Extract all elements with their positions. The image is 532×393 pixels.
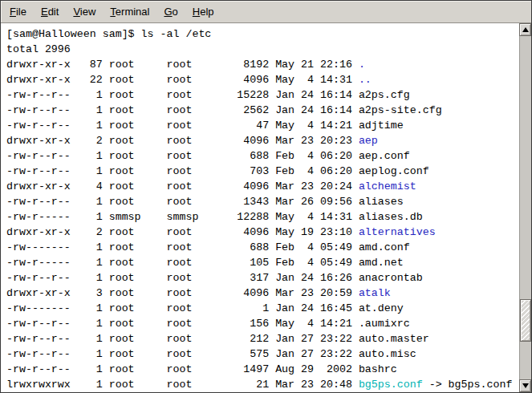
file-meta: -rw-r--r-- 1 root root 156 May 4 14:21 (6, 318, 359, 330)
file-meta: drwxr-xr-x 2 root root 4096 May 19 23:10 (6, 226, 359, 238)
file-meta: -rw-r----- 1 smmsp smmsp 12288 May 4 14:… (6, 211, 359, 223)
file-name: . (359, 59, 365, 71)
file-row: -rw-r--r-- 1 root root 1497 Aug 29 2002 … (6, 362, 518, 377)
menu-item-label: Go (164, 6, 177, 18)
file-row: -rw-r----- 1 smmsp smmsp 12288 May 4 14:… (6, 209, 518, 225)
file-name: aliases.db (359, 211, 423, 223)
file-row: -rw------- 1 root root 688 Feb 4 05:49 a… (6, 240, 518, 255)
scroll-down-icon (522, 383, 529, 388)
menu-item-go[interactable]: Go (156, 3, 185, 20)
scrollbar-track[interactable] (519, 36, 531, 379)
file-meta: lrwxrwxrwx 1 root root 21 Mar 23 20:48 (6, 379, 359, 391)
menu-item-edit[interactable]: Edit (34, 3, 66, 20)
file-name: a2ps.cfg (359, 89, 410, 101)
scroll-up-icon (522, 27, 529, 32)
total-line: total 2996 (6, 42, 518, 57)
file-row: -rw-r--r-- 1 root root 47 May 4 14:21 ad… (6, 118, 518, 133)
file-name: auto.misc (359, 348, 416, 360)
file-name: aep (359, 135, 378, 147)
menu-item-file[interactable]: File (2, 3, 34, 20)
file-meta: -rw-r--r-- 1 root root 47 May 4 14:21 (6, 120, 359, 132)
file-row: -rw-r--r-- 1 root root 2562 Jan 24 16:14… (6, 103, 518, 118)
file-meta: -rw-r----- 1 root root 105 Feb 4 05:49 (6, 257, 359, 269)
file-meta: -rw-r--r-- 1 root root 1497 Aug 29 2002 (6, 363, 359, 375)
file-name: aeplog.conf (359, 165, 429, 177)
file-name: aliases (359, 196, 404, 208)
file-row: drwxr-xr-x 4 root root 4096 Mar 23 20:24… (6, 179, 518, 194)
file-row: -rw-r--r-- 1 root root 212 Jan 27 23:22 … (6, 331, 518, 346)
file-row: -rw-r--r-- 1 root root 156 May 4 14:21 .… (6, 316, 518, 331)
file-meta: -rw-r--r-- 1 root root 575 Jan 27 23:22 (6, 348, 359, 360)
menu-item-label: Edit (41, 6, 59, 18)
prompt-line: [sam@Halloween sam]$ ls -al /etc (6, 26, 518, 42)
file-name: at.deny (359, 302, 404, 314)
file-name: bashrc (359, 363, 397, 375)
file-meta: drwxr-xr-x 87 root root 8192 May 21 22:1… (6, 59, 359, 71)
file-row: -rw------- 1 root root 1 Jan 24 16:45 at… (6, 301, 518, 316)
file-name: amd.net (359, 257, 404, 269)
file-meta: -rw-r--r-- 1 root root 317 Jan 24 16:26 (6, 272, 359, 284)
file-meta: drwxr-xr-x 3 root root 4096 Mar 23 20:59 (6, 287, 359, 299)
scroll-down-button[interactable] (519, 379, 531, 392)
file-name: bg5ps.conf (359, 379, 423, 391)
file-name: alchemist (359, 180, 416, 192)
file-row: -rw-r--r-- 1 root root 1343 Mar 26 09:56… (6, 194, 518, 209)
file-row: drwxr-xr-x 22 root root 4096 May 4 14:31… (6, 72, 518, 87)
file-meta: -rw------- 1 root root 688 Feb 4 05:49 (6, 241, 359, 253)
menu-item-label: View (73, 6, 95, 18)
file-row: -rw-r----- 1 root root 105 Feb 4 05:49 a… (6, 255, 518, 270)
file-name: alternatives (359, 226, 436, 238)
file-row: -rw-r--r-- 1 root root 703 Feb 4 06:20 a… (6, 164, 518, 179)
menubar: File Edit View Terminal Go Help (1, 1, 531, 23)
menu-item-terminal[interactable]: Terminal (103, 3, 156, 20)
file-meta: drwxr-xr-x 4 root root 4096 Mar 23 20:24 (6, 180, 359, 192)
file-name: atalk (359, 287, 391, 299)
file-meta: -rw-r--r-- 1 root root 703 Feb 4 06:20 (6, 165, 359, 177)
scroll-up-button[interactable] (519, 23, 531, 36)
file-name: adjtime (359, 120, 404, 132)
file-row: -rw-r--r-- 1 root root 317 Jan 24 16:26 … (6, 270, 518, 286)
file-meta: -rw------- 1 root root 1 Jan 24 16:45 (6, 302, 359, 314)
file-row: drwxr-xr-x 87 root root 8192 May 21 22:1… (6, 57, 518, 72)
file-row: -rw-r--r-- 1 root root 575 Jan 27 23:22 … (6, 346, 518, 362)
link-target: -> bg5ps.conf (423, 379, 513, 391)
file-row: drwxr-xr-x 2 root root 4096 May 19 23:10… (6, 225, 518, 240)
file-meta: drwxr-xr-x 2 root root 4096 Mar 23 20:23 (6, 135, 359, 147)
file-name: amd.conf (359, 241, 410, 253)
file-row: drwxr-xr-x 3 root root 4096 Mar 23 20:59… (6, 286, 518, 301)
file-meta: -rw-r--r-- 1 root root 2562 Jan 24 16:14 (6, 104, 359, 116)
scrollbar[interactable] (518, 23, 531, 392)
terminal-output[interactable]: [sam@Halloween sam]$ ls -al /etctotal 29… (1, 23, 518, 392)
window-content: [sam@Halloween sam]$ ls -al /etctotal 29… (1, 23, 531, 392)
file-name: .. (359, 74, 372, 86)
file-row: drwxr-xr-x 2 root root 4096 Mar 23 20:23… (6, 133, 518, 148)
file-name: aep.conf (359, 150, 410, 162)
menu-item-label: Help (193, 6, 214, 18)
file-meta: -rw-r--r-- 1 root root 688 Feb 4 06:20 (6, 150, 359, 162)
file-name: auto.master (359, 333, 429, 345)
file-name: anacrontab (359, 272, 423, 284)
file-meta: -rw-r--r-- 1 root root 212 Jan 27 23:22 (6, 333, 359, 345)
file-meta: -rw-r--r-- 1 root root 15228 Jan 24 16:1… (6, 89, 359, 101)
file-name: a2ps-site.cfg (359, 104, 442, 116)
menu-item-help[interactable]: Help (185, 3, 221, 20)
file-listing: drwxr-xr-x 87 root root 8192 May 21 22:1… (6, 57, 518, 392)
file-meta: drwxr-xr-x 22 root root 4096 May 4 14:31 (6, 74, 359, 86)
menu-item-view[interactable]: View (66, 3, 103, 20)
menu-item-label: File (10, 6, 26, 18)
file-row: lrwxrwxrwx 1 root root 21 Mar 23 20:48 b… (6, 377, 518, 392)
file-row: -rw-r--r-- 1 root root 15228 Jan 24 16:1… (6, 87, 518, 103)
menu-item-label: Terminal (110, 6, 149, 18)
file-name: .aumixrc (359, 318, 410, 330)
file-meta: -rw-r--r-- 1 root root 1343 Mar 26 09:56 (6, 196, 359, 208)
file-row: -rw-r--r-- 1 root root 688 Feb 4 06:20 a… (6, 148, 518, 164)
terminal-window: File Edit View Terminal Go Help [sam@Hal… (0, 0, 532, 393)
scrollbar-thumb[interactable] (520, 299, 531, 342)
